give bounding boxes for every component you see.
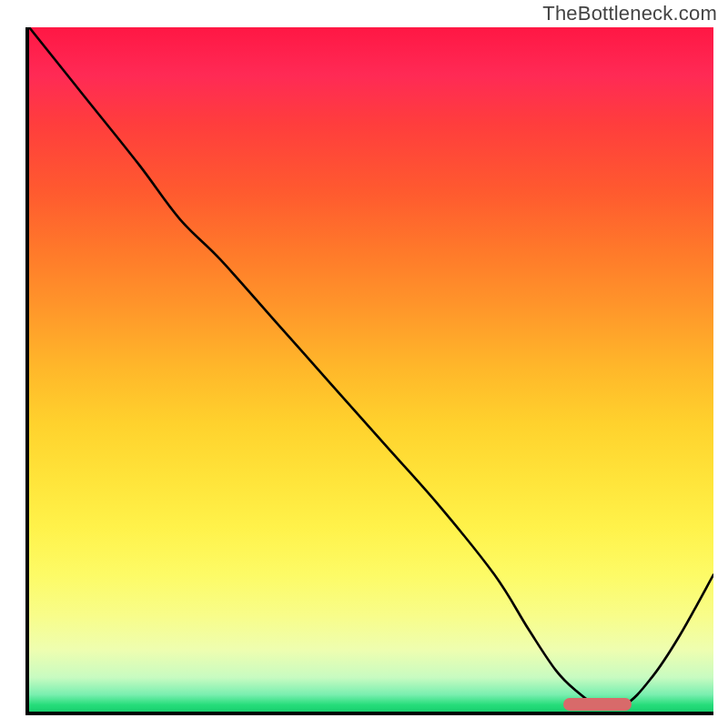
plot-inner: [29, 27, 713, 712]
watermark-text: TheBottleneck.com: [542, 2, 717, 25]
optimal-range-marker: [563, 698, 632, 711]
plot-frame: [25, 27, 713, 715]
chart-container: TheBottleneck.com: [0, 0, 728, 728]
curve-svg: [29, 27, 713, 712]
bottleneck-curve-path: [29, 27, 713, 708]
